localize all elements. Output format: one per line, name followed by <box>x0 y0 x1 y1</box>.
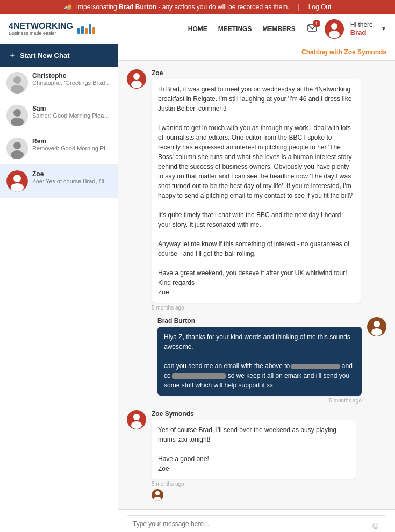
chat-sidebar: ＋ Start New Chat Christophe Christophe: … <box>0 44 118 532</box>
impersonation-text: Impersonating Brad Burton - any actions … <box>76 3 290 11</box>
chat-preview-3: Zoe: Yes of course Brad, I'll send over … <box>32 178 111 184</box>
logo-area: 4NETWORKING Business made easier <box>9 21 95 37</box>
svg-point-18 <box>131 81 142 88</box>
chat-avatar-2 <box>6 138 28 159</box>
logo-bar-5 <box>92 27 95 34</box>
chat-avatar-0 <box>6 72 28 94</box>
msg-sender-name-0: Zoe <box>152 69 361 77</box>
logo-main: 4NETWORKING <box>9 21 73 31</box>
messages-area: Zoe Hi Brad, it was great to meet you on… <box>118 61 395 509</box>
redacted-email-2 <box>172 373 226 379</box>
svg-point-9 <box>11 118 24 126</box>
logo-bar-4 <box>89 24 91 34</box>
reaction-avatar <box>152 489 163 501</box>
msg-avatar-0 <box>127 69 146 89</box>
chat-preview-2: Removed: Good Morning Please, I'm intere… <box>32 145 111 152</box>
msg-time-1: 5 months ago <box>157 398 362 404</box>
msg-content-1: Brad Burton Hiya Z, thanks for your kind… <box>157 317 362 404</box>
chat-list-item-1[interactable]: Sam Samer: Good Morning Please, I'm inte… <box>0 99 118 132</box>
chat-list-item-2[interactable]: Rem Removed: Good Morning Please, I'm in… <box>0 132 118 165</box>
logo-bars <box>77 24 95 34</box>
chat-preview-1: Samer: Good Morning Please, I'm interest… <box>32 112 111 119</box>
svg-point-23 <box>133 414 140 420</box>
svg-point-26 <box>155 491 160 495</box>
chat-list-item-0[interactable]: Christophe Christophe: 'Greetings Brad, … <box>0 67 118 99</box>
nav-home[interactable]: HOME <box>188 25 207 33</box>
dropdown-chevron-icon[interactable]: ▼ <box>381 26 386 32</box>
impersonation-bar: 🚚 Impersonating Brad Burton - any action… <box>0 0 395 14</box>
nav-members[interactable]: MEMBERS <box>262 25 295 33</box>
svg-point-14 <box>13 175 21 182</box>
chat-info-3: Zoe Zoe: Yes of course Brad, I'll send o… <box>32 170 111 184</box>
chat-info-2: Rem Removed: Good Morning Please, I'm in… <box>32 138 111 152</box>
msg-content-0: Zoe Hi Brad, it was great to meet you on… <box>152 69 361 311</box>
user-avatar-header[interactable] <box>325 19 344 39</box>
chat-header: Chatting with Zoe Symonds <box>118 44 395 61</box>
svg-point-6 <box>11 85 24 94</box>
svg-point-21 <box>371 328 382 336</box>
svg-point-27 <box>154 497 161 501</box>
header-icons: 1 Hi there, Brad ▼ <box>306 19 386 39</box>
chat-avatar-1 <box>6 105 28 126</box>
impersonation-icon: 🚚 <box>64 3 72 11</box>
svg-point-17 <box>133 73 140 80</box>
chatting-with-label: Chatting with <box>301 48 342 56</box>
msg-text-2: Yes of course Brad, I'll send over the w… <box>152 420 356 479</box>
chat-preview-0: Christophe: 'Greetings Brad, I'm interes… <box>32 80 111 86</box>
plus-icon: ＋ <box>9 51 16 60</box>
start-new-chat-button[interactable]: ＋ Start New Chat <box>0 44 118 67</box>
svg-point-15 <box>11 183 24 192</box>
emoji-icon[interactable]: ☺ <box>371 520 380 531</box>
chat-name-3: Zoe <box>32 170 111 178</box>
chat-name-0: Christophe <box>32 72 111 80</box>
message-input[interactable] <box>133 520 367 532</box>
logo-sub: Business made easier <box>9 31 73 36</box>
logo-bar-2 <box>81 26 84 34</box>
logout-link[interactable]: Log Out <box>308 3 332 11</box>
nav-meetings[interactable]: MEETINGS <box>218 25 252 33</box>
logo-bar-3 <box>85 28 88 34</box>
reaction-area <box>152 489 361 501</box>
svg-point-5 <box>13 76 21 84</box>
msg-avatar-2 <box>127 410 146 429</box>
message-bubble-1: Brad Burton Hiya Z, thanks for your kind… <box>157 317 386 404</box>
svg-point-8 <box>13 109 21 117</box>
notification-badge: 1 <box>313 20 320 27</box>
main-nav: HOME MEETINGS MEMBERS 1 Hi there, Brad ▼ <box>188 19 386 39</box>
svg-point-24 <box>131 421 142 429</box>
chat-info-0: Christophe Christophe: 'Greetings Brad, … <box>32 72 111 86</box>
chat-list: Christophe Christophe: 'Greetings Brad, … <box>0 67 118 198</box>
chat-name-1: Sam <box>32 105 111 112</box>
svg-point-11 <box>13 142 21 149</box>
greeting-text: Hi there, Brad <box>350 21 375 37</box>
svg-point-3 <box>329 31 340 38</box>
svg-point-12 <box>11 150 24 159</box>
main-container: ＋ Start New Chat Christophe Christophe: … <box>0 44 395 532</box>
header: 4NETWORKING Business made easier HOME ME… <box>0 14 395 44</box>
user-name-label: Brad <box>350 28 375 37</box>
start-new-chat-label: Start New Chat <box>20 52 69 60</box>
msg-sender-name-1: Brad Burton <box>157 317 362 325</box>
chatting-with-name: Zoe Symonds <box>344 48 386 56</box>
chat-name-2: Rem <box>32 138 111 145</box>
message-input-area: ☺ SEND <box>118 509 395 532</box>
msg-text-1: Hiya Z, thanks for your kind words and t… <box>157 327 362 396</box>
notification-icon[interactable]: 1 <box>306 22 318 35</box>
msg-time-2: 5 months ago <box>152 481 361 487</box>
message-bubble-2: Zoe Symonds Yes of course Brad, I'll sen… <box>127 410 361 501</box>
chat-area: Chatting with Zoe Symonds Zoe Hi Brad, i… <box>118 44 395 532</box>
msg-content-2: Zoe Symonds Yes of course Brad, I'll sen… <box>152 410 361 501</box>
logo-text-group: 4NETWORKING Business made easier <box>9 21 73 37</box>
msg-sender-name-2: Zoe Symonds <box>152 410 361 418</box>
message-bubble-0: Zoe Hi Brad, it was great to meet you on… <box>127 69 361 311</box>
hi-there-label: Hi there, <box>350 21 375 28</box>
svg-point-2 <box>331 23 337 30</box>
chat-list-item-3[interactable]: Zoe Zoe: Yes of course Brad, I'll send o… <box>0 165 118 198</box>
svg-point-20 <box>374 321 380 327</box>
separator: | <box>298 3 300 11</box>
chat-avatar-3 <box>6 170 28 192</box>
redacted-email-1 <box>291 364 340 369</box>
message-input-wrapper[interactable]: ☺ <box>127 515 386 532</box>
msg-text-0: Hi Brad, it was great to meet you on wed… <box>152 79 361 303</box>
chat-info-1: Sam Samer: Good Morning Please, I'm inte… <box>32 105 111 119</box>
